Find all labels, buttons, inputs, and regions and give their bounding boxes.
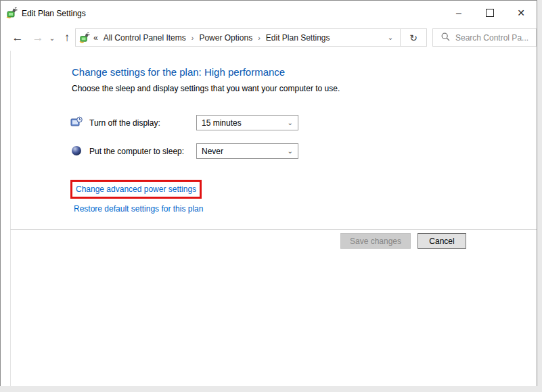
window-controls: – ✕: [443, 1, 537, 25]
power-options-icon: [79, 32, 90, 43]
chevron-down-icon: ⌄: [49, 34, 55, 42]
back-icon: ←: [12, 31, 24, 45]
search-box[interactable]: Search Control Pa...: [432, 28, 537, 47]
left-pane-divider: [10, 51, 11, 386]
sleep-timeout-value: Never: [197, 147, 288, 156]
sleep-timeout-select[interactable]: Never ⌄: [196, 143, 298, 159]
power-options-icon: [6, 7, 18, 19]
page-title: Change settings for the plan: High perfo…: [72, 66, 285, 78]
edit-plan-settings-window: Edit Plan Settings – ✕ ← → ⌄ ↑: [0, 0, 537, 386]
display-clock-icon: [70, 116, 83, 128]
forward-icon: →: [32, 31, 44, 45]
cancel-button[interactable]: Cancel: [417, 233, 466, 249]
display-timeout-value: 15 minutes: [197, 118, 288, 128]
refresh-icon: ↻: [409, 32, 417, 43]
display-timeout-select[interactable]: 15 minutes ⌄: [196, 115, 298, 130]
restore-default-settings-link[interactable]: Restore default settings for this plan: [74, 204, 203, 214]
footer-divider: [10, 229, 537, 230]
breadcrumb-edit-plan-settings[interactable]: Edit Plan Settings: [265, 33, 332, 43]
window-title: Edit Plan Settings: [22, 9, 86, 18]
sleep-timeout-label: Put the computer to sleep:: [89, 147, 184, 156]
maximize-button[interactable]: [474, 1, 505, 25]
close-icon: ✕: [517, 7, 525, 18]
search-placeholder: Search Control Pa...: [455, 33, 528, 43]
chevron-down-icon: ⌄: [288, 147, 298, 155]
breadcrumb-power-options[interactable]: Power Options: [198, 33, 254, 43]
minimize-icon: –: [456, 7, 461, 18]
address-dropdown-button[interactable]: ⌄: [381, 29, 400, 46]
forward-button[interactable]: →: [29, 25, 47, 51]
change-advanced-power-settings-link[interactable]: Change advanced power settings: [72, 185, 196, 194]
chevron-down-icon: ⌄: [288, 119, 298, 126]
display-timeout-label: Turn off the display:: [89, 118, 160, 128]
address-bar[interactable]: « All Control Panel Items › Power Option…: [75, 28, 427, 47]
back-button[interactable]: ←: [9, 25, 26, 51]
content-pane: Change settings for the plan: High perfo…: [1, 51, 537, 386]
search-icon: [441, 32, 450, 44]
close-button[interactable]: ✕: [505, 1, 537, 25]
breadcrumb-separator-icon: ›: [187, 34, 198, 42]
save-changes-button: Save changes: [340, 233, 411, 249]
up-icon: ↑: [64, 31, 70, 45]
sleep-moon-icon: [70, 145, 83, 157]
title-bar: Edit Plan Settings – ✕: [1, 1, 537, 25]
recent-locations-button[interactable]: ⌄: [47, 25, 58, 51]
refresh-button[interactable]: ↻: [400, 29, 426, 46]
breadcrumb-collapse-icon[interactable]: «: [93, 33, 98, 43]
maximize-icon: [486, 9, 494, 17]
up-button[interactable]: ↑: [59, 25, 75, 51]
red-highlight-box: Change advanced power settings: [70, 180, 202, 199]
navigation-bar: ← → ⌄ ↑ « All Control Panel Ite: [1, 25, 537, 51]
breadcrumb-all-control-panel-items[interactable]: All Control Panel Items: [102, 33, 187, 43]
page-subtitle: Choose the sleep and display settings th…: [72, 84, 340, 93]
breadcrumb-separator-icon: ›: [254, 34, 265, 42]
minimize-button[interactable]: –: [443, 1, 474, 25]
chevron-down-icon: ⌄: [388, 34, 393, 41]
